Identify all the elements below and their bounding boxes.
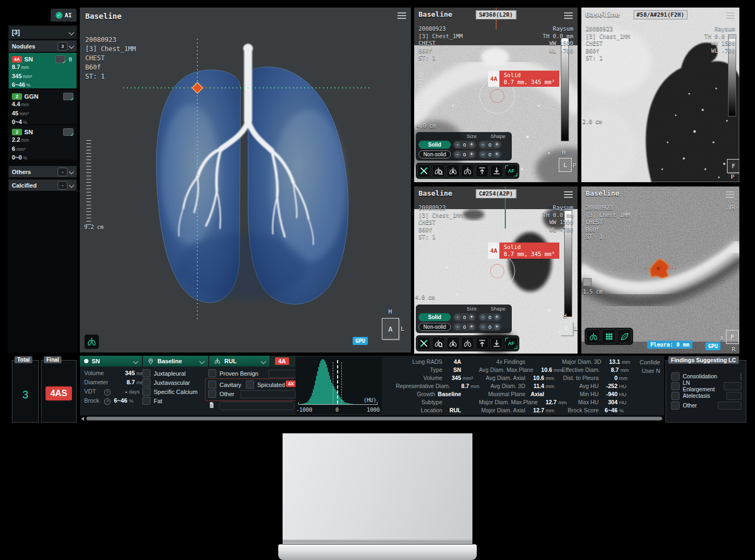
nodule-card-1[interactable]: 4A SN 8.7mm 345mm³ 6~46% bbox=[9, 53, 77, 88]
stat-row: Major Diam. Max.Plane12.7mm bbox=[479, 399, 560, 407]
checkbox[interactable] bbox=[671, 372, 680, 381]
shape-stepper[interactable]: -0+ bbox=[478, 323, 502, 331]
chevron-down-icon bbox=[133, 358, 139, 364]
series-selector[interactable]: [3] bbox=[9, 26, 77, 39]
edit-tools-icon[interactable] bbox=[417, 164, 430, 177]
solid-button[interactable]: Solid bbox=[418, 313, 451, 321]
viewport-vr[interactable]: Baseline 20080923[3] Chest_1MMCHEST B60f… bbox=[581, 186, 739, 354]
slice-position-chip: S#368(L2R) bbox=[476, 10, 516, 19]
lung-view-button[interactable] bbox=[84, 334, 99, 349]
timepoint-dropdown[interactable]: Baseline bbox=[143, 356, 208, 367]
size-stepper[interactable]: -0+ bbox=[453, 313, 476, 321]
orientation-cube[interactable]: A bbox=[560, 321, 573, 335]
attribute-checkbox[interactable]: Juxtavascular bbox=[142, 378, 197, 387]
attribute-checkbox[interactable]: Juxtapleural bbox=[142, 369, 197, 378]
finding-input[interactable] bbox=[724, 382, 742, 390]
lung-refine-icon[interactable] bbox=[447, 337, 459, 350]
edit-tools-icon[interactable] bbox=[417, 337, 430, 350]
finding-checkbox-row[interactable]: Other bbox=[671, 402, 742, 409]
help-icon[interactable]: ? bbox=[104, 398, 111, 405]
nodule-annotation[interactable]: 4A Solid8.7 mm, 345 mm³ bbox=[488, 71, 559, 87]
proven-benign-checkbox[interactable]: Proven Benign bbox=[208, 369, 258, 378]
other-flag-checkbox[interactable]: Other bbox=[208, 389, 235, 398]
finding-checkbox-row[interactable]: Consolidation bbox=[671, 372, 742, 380]
nodule-annotation[interactable]: 4A Solid8.7 mm, 345 mm³ bbox=[488, 243, 559, 259]
note-input[interactable] bbox=[219, 402, 294, 410]
stat-row: Dist. to Pleura0mm bbox=[562, 375, 633, 383]
nonsolid-button[interactable]: Non-solid bbox=[418, 150, 451, 158]
viewport-sagittal[interactable]: Baseline S#368(L2R) 20080923[3] Chest_1M… bbox=[414, 8, 578, 182]
ai-check-icon: ✓ bbox=[56, 12, 63, 19]
lung-segment-icon[interactable] bbox=[461, 164, 474, 177]
spiculated-checkbox[interactable]: Spiculated bbox=[246, 380, 285, 389]
location-pin-icon bbox=[147, 358, 154, 365]
lungs-icon[interactable] bbox=[586, 329, 600, 343]
monitor-stand-base bbox=[278, 544, 477, 560]
size-stepper[interactable]: -0+ bbox=[453, 150, 476, 158]
type-dropdown[interactable]: SN bbox=[80, 356, 142, 367]
lung-segment-icon[interactable] bbox=[461, 337, 474, 350]
viewport-coronal[interactable]: Baseline C#254(A2P) 20080923[3] Chest_1M… bbox=[414, 186, 578, 354]
nodule-card-2[interactable]: 2 GGN 4.4mm 45mm³ 0~4% bbox=[9, 90, 77, 124]
checkbox[interactable] bbox=[671, 382, 680, 390]
panel-menu-icon[interactable] bbox=[726, 191, 735, 198]
nodules-section-header[interactable]: Nodules 3 bbox=[9, 40, 77, 52]
calcified-section-header[interactable]: Calcified - bbox=[9, 179, 77, 191]
autofocus-icon[interactable]: AF bbox=[505, 337, 518, 350]
attribute-checkbox[interactable]: Fat bbox=[142, 396, 197, 405]
stat-row: Lung RADS4A bbox=[396, 358, 477, 367]
finding-checkbox-row[interactable]: LN Enlargement bbox=[671, 382, 742, 390]
size-stepper[interactable]: -0+ bbox=[453, 323, 476, 331]
scale-ruler bbox=[417, 247, 422, 292]
checkbox[interactable] bbox=[671, 392, 680, 400]
finding-input[interactable] bbox=[718, 402, 742, 410]
location-dropdown[interactable]: RUL bbox=[209, 356, 270, 367]
monitor-bezel bbox=[283, 433, 472, 544]
scroll-left-arrow[interactable] bbox=[81, 417, 84, 421]
attribute-checkbox[interactable]: Specific Calcium bbox=[142, 387, 197, 396]
other-flag-input[interactable] bbox=[241, 390, 296, 398]
grid-icon[interactable] bbox=[602, 329, 616, 343]
airway-leaf-icon[interactable] bbox=[617, 329, 632, 343]
lung-search-icon[interactable] bbox=[432, 337, 445, 350]
nodule-card-3[interactable]: 2 SN 2.2mm 6mm³ 0~0% bbox=[9, 126, 77, 160]
shape-stepper[interactable]: -0+ bbox=[478, 313, 502, 321]
panel-menu-icon[interactable] bbox=[564, 12, 573, 19]
note-icon[interactable] bbox=[208, 401, 215, 409]
ai-toggle-button[interactable]: ✓ AI bbox=[51, 9, 77, 22]
shape-stepper[interactable]: -0+ bbox=[478, 141, 502, 149]
orientation-cube[interactable]: A bbox=[382, 318, 399, 340]
finding-checkbox-row[interactable]: Atelectasis bbox=[671, 392, 742, 399]
orientation-cube[interactable]: L bbox=[559, 158, 572, 172]
size-shape-panel: SizeShape Solid -0+ -0+ Non-solid -0+ -0… bbox=[416, 305, 512, 333]
grow-down-icon[interactable] bbox=[490, 164, 503, 177]
stats-column-3: Major Diam. 3D13.1mmEffective Diam.8.7mm… bbox=[562, 358, 633, 415]
lung-refine-icon[interactable] bbox=[447, 164, 459, 177]
nonsolid-button[interactable]: Non-solid bbox=[418, 323, 451, 331]
help-icon[interactable]: ? bbox=[104, 389, 111, 396]
shape-stepper[interactable]: -0+ bbox=[478, 150, 502, 158]
viewport-3d[interactable]: Baseline 20080923[3] Chest_1MMCHEST B60f… bbox=[80, 8, 411, 352]
lungrads-badge: 2 bbox=[12, 129, 22, 135]
orientation-cube[interactable]: F bbox=[727, 159, 739, 173]
panel-menu-icon[interactable] bbox=[726, 12, 735, 19]
panel-menu-icon[interactable] bbox=[564, 191, 573, 198]
autofocus-icon[interactable]: AF bbox=[505, 164, 518, 177]
grow-up-icon[interactable] bbox=[476, 164, 489, 177]
viewport-zoom-axial[interactable]: Baseline #58/A#291(F2H) 20080923[3] Ches… bbox=[581, 8, 739, 182]
grow-down-icon[interactable] bbox=[490, 337, 503, 350]
finding-input[interactable] bbox=[726, 392, 742, 400]
segmentation-toolbar: AF bbox=[416, 163, 519, 179]
panel-menu-icon[interactable] bbox=[397, 12, 406, 19]
others-section-header[interactable]: Others - bbox=[9, 166, 77, 177]
cavitary-checkbox[interactable]: Cavitary bbox=[208, 380, 241, 389]
delete-nodule-icon[interactable] bbox=[67, 56, 73, 63]
size-stepper[interactable]: -0+ bbox=[453, 141, 476, 149]
horizontal-scrollbar[interactable] bbox=[86, 417, 662, 420]
lung-search-icon[interactable] bbox=[432, 164, 445, 177]
solid-button[interactable]: Solid bbox=[418, 141, 451, 149]
orientation-cube[interactable]: F bbox=[726, 330, 739, 344]
checkbox[interactable] bbox=[671, 402, 680, 410]
finding-input[interactable] bbox=[740, 372, 742, 381]
grow-up-icon[interactable] bbox=[476, 337, 489, 350]
